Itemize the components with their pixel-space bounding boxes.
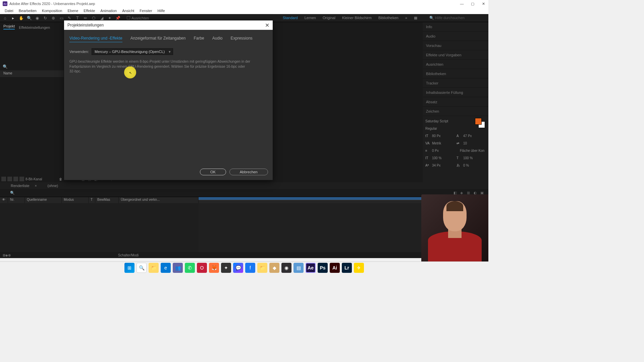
workspace-overflow-icon[interactable]: » [405, 16, 407, 20]
menu-view[interactable]: Ansicht [119, 9, 137, 13]
cancel-button[interactable]: Abbrechen [229, 169, 268, 175]
col-trkmat-t[interactable]: T [89, 197, 95, 203]
workspace-original[interactable]: Original [323, 16, 335, 20]
taskbar-lightroom-icon[interactable]: Lr [342, 263, 352, 273]
panel-libraries[interactable]: Bibliotheken [423, 69, 488, 78]
tab-effect-controls[interactable]: Effekteinstellungen [19, 25, 50, 29]
taskbar-after-effects-icon[interactable]: Ae [306, 263, 316, 273]
tl-search-icon[interactable]: 🔍 [10, 191, 15, 195]
panel-content-aware[interactable]: Inhaltsbasierte Füllung [423, 88, 488, 97]
taskbar-edge-icon[interactable]: e [161, 263, 171, 273]
col-source-name[interactable]: Quellenname [25, 197, 62, 203]
menu-help[interactable]: Hilfe [155, 9, 168, 13]
tl-foot-icon[interactable]: ⊕ [8, 253, 11, 257]
start-button[interactable]: ⊞ [124, 263, 135, 273]
workspace-standard[interactable]: Standard [283, 16, 298, 20]
col-mode[interactable]: Modus [62, 197, 89, 203]
rotate-tool-icon[interactable]: ↻ [42, 15, 48, 21]
menu-edit[interactable]: Bearbeiten [16, 9, 39, 13]
ok-button[interactable]: OK [200, 169, 226, 175]
taskbar-messenger-icon[interactable]: 💬 [233, 263, 243, 273]
color-swatch[interactable] [475, 118, 485, 128]
panel-tracker[interactable]: Tracker [423, 78, 488, 88]
stroke-field[interactable]: 0 Px [432, 149, 458, 153]
menu-file[interactable]: Datei [2, 9, 16, 13]
hscale-field[interactable]: 100 % [463, 156, 486, 160]
col-parent[interactable]: Übergeordnet und verkn... [119, 197, 199, 203]
taskbar-teams-icon[interactable]: 👥 [173, 263, 183, 273]
workspace-small[interactable]: Kleiner Bildschirm [342, 16, 372, 20]
project-column-name[interactable]: Name [0, 70, 64, 77]
close-window-button[interactable]: ✕ [481, 2, 486, 6]
panel-preview[interactable]: Vorschau [423, 41, 488, 50]
tsume-field[interactable]: 0 % [463, 164, 486, 167]
tab-expressions[interactable]: Expressions [231, 36, 253, 42]
tab-time-display[interactable]: Anzeigeformat für Zeitangaben [130, 36, 186, 42]
comp-icon[interactable] [13, 177, 18, 181]
taskbar-explorer-icon[interactable]: 📁 [149, 263, 159, 273]
workspace-learn[interactable]: Lernen [305, 16, 316, 20]
panel-align[interactable]: Ausrichten [423, 60, 488, 69]
leading-field[interactable]: 47 Px [463, 134, 486, 138]
panel-character[interactable]: Zeichen [423, 107, 488, 116]
tl-foot-icon[interactable]: ⊞ [3, 253, 5, 257]
tl-foot-icon[interactable]: ◈ [5, 253, 8, 257]
bit-depth-button[interactable]: 8-Bit-Kanal [25, 177, 42, 181]
taskbar-obs-icon[interactable]: ◉ [281, 263, 291, 273]
taskbar-illustrator-icon[interactable]: Ai [330, 263, 340, 273]
snapping-checkbox[interactable]: Ausrichten [127, 16, 149, 20]
renderer-dropdown[interactable]: Mercury – GPU-Beschleunigung (OpenCL) [92, 48, 173, 55]
col-toggle-icons[interactable]: 👁 [0, 197, 8, 203]
folder-icon[interactable] [7, 177, 12, 181]
anchor-tool-icon[interactable]: ⊕ [50, 15, 56, 21]
close-tab-icon[interactable]: × [33, 183, 39, 188]
font-size-field[interactable]: 80 Px [432, 134, 454, 138]
tracking-field[interactable]: 10 [463, 141, 486, 145]
zoom-tool-icon[interactable]: 🔍 [26, 15, 32, 21]
dialog-close-button[interactable]: ✕ [265, 22, 269, 28]
col-number[interactable]: Nr. [8, 197, 25, 203]
menu-layer[interactable]: Ebene [65, 9, 81, 13]
workspace-grid-icon[interactable]: ▦ [414, 16, 417, 20]
taskbar-firefox-icon[interactable]: 🦊 [209, 263, 219, 273]
menu-composition[interactable]: Komposition [39, 9, 65, 13]
panel-effects-presets[interactable]: Effekte und Vorgaben [423, 50, 488, 60]
kerning-field[interactable]: Metrik [432, 141, 454, 145]
panel-audio[interactable]: Audio [423, 32, 488, 41]
tab-none[interactable]: (ohne) [45, 183, 60, 188]
help-search[interactable]: 🔍 Hilfe durchsuchen [429, 16, 486, 20]
taskbar-photoshop-icon[interactable]: Ps [318, 263, 328, 273]
menu-window[interactable]: Fenster [137, 9, 155, 13]
panel-info[interactable]: Info [423, 22, 488, 32]
timecode-field[interactable] [3, 191, 8, 195]
taskbar-folder-icon[interactable]: 📁 [257, 263, 267, 273]
tab-color[interactable]: Farbe [194, 36, 204, 42]
vscale-field[interactable]: 100 % [432, 156, 454, 160]
project-search[interactable]: 🔍 [0, 63, 64, 70]
col-trkmat[interactable]: BewMas [95, 197, 119, 203]
trash-icon[interactable]: 🗑 [59, 177, 62, 181]
tab-project[interactable]: Projekt [3, 24, 15, 29]
adjust-icon[interactable] [19, 177, 24, 181]
workspace-libraries[interactable]: Bibliotheken [378, 16, 398, 20]
taskbar-whatsapp-icon[interactable]: ✆ [185, 263, 195, 273]
switches-modes-toggle[interactable]: Schalter/Modi [118, 253, 139, 257]
taskbar-app-icon[interactable]: ▤ [293, 263, 304, 273]
interpret-icon[interactable] [1, 177, 6, 181]
taskbar-search-icon[interactable]: 🔍 [137, 263, 147, 273]
tab-video-rendering[interactable]: Video-Rendering und -Effekte [69, 36, 122, 42]
fill-over-stroke-dropdown[interactable]: Fläche über Kon [460, 149, 486, 153]
taskbar-facebook-icon[interactable]: f [245, 263, 255, 273]
baseline-field[interactable]: 34 Px [432, 164, 454, 167]
hand-tool-icon[interactable]: ✋ [18, 15, 24, 21]
minimize-button[interactable]: — [460, 2, 464, 6]
tab-audio[interactable]: Audio [212, 36, 223, 42]
orbit-tool-icon[interactable]: ◉ [34, 15, 40, 21]
timeline-layer-list[interactable] [0, 203, 199, 252]
taskbar-app-icon[interactable]: ◆ [269, 263, 279, 273]
menu-effects[interactable]: Effekte [81, 9, 98, 13]
taskbar-app-icon[interactable]: ✦ [221, 263, 231, 273]
project-list[interactable] [0, 77, 64, 176]
panel-paragraph[interactable]: Absatz [423, 97, 488, 107]
maximize-button[interactable]: ▢ [470, 2, 475, 6]
